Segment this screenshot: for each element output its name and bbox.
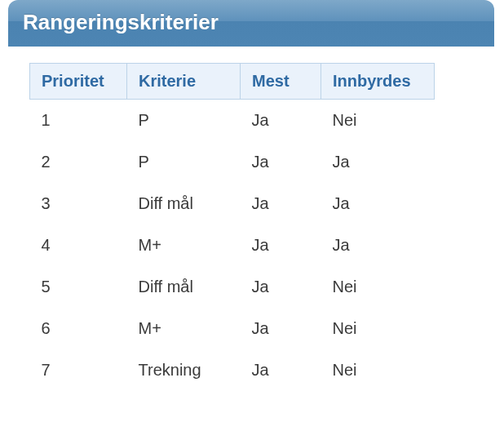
cell-prioritet: 1	[30, 100, 127, 142]
cell-mest: Ja	[241, 100, 321, 142]
column-header-innbyrdes: Innbyrdes	[321, 64, 435, 100]
cell-innbyrdes: Ja	[321, 141, 435, 183]
cell-prioritet: 7	[30, 349, 127, 391]
cell-mest: Ja	[241, 183, 321, 224]
cell-mest: Ja	[241, 224, 321, 266]
cell-mest: Ja	[241, 266, 321, 308]
panel-title: Rangeringskriterier	[8, 0, 494, 47]
cell-kriterie: M+	[127, 224, 241, 266]
cell-kriterie: Trekning	[127, 349, 241, 391]
table-row: 6 M+ Ja Nei	[30, 308, 435, 349]
criteria-table-wrap: Prioritet Kriterie Mest Innbyrdes 1 P Ja…	[29, 63, 494, 391]
cell-innbyrdes: Nei	[321, 266, 435, 308]
cell-innbyrdes: Ja	[321, 224, 435, 266]
column-header-prioritet: Prioritet	[30, 64, 127, 100]
table-row: 3 Diff mål Ja Ja	[30, 183, 435, 224]
cell-mest: Ja	[241, 349, 321, 391]
cell-innbyrdes: Nei	[321, 308, 435, 349]
cell-kriterie: Diff mål	[127, 266, 241, 308]
table-row: 1 P Ja Nei	[30, 100, 435, 142]
cell-mest: Ja	[241, 308, 321, 349]
cell-prioritet: 2	[30, 141, 127, 183]
cell-innbyrdes: Ja	[321, 183, 435, 224]
criteria-table: Prioritet Kriterie Mest Innbyrdes 1 P Ja…	[29, 63, 435, 391]
table-row: 7 Trekning Ja Nei	[30, 349, 435, 391]
cell-innbyrdes: Nei	[321, 349, 435, 391]
cell-kriterie: P	[127, 100, 241, 142]
table-row: 4 M+ Ja Ja	[30, 224, 435, 266]
column-header-kriterie: Kriterie	[127, 64, 241, 100]
table-row: 5 Diff mål Ja Nei	[30, 266, 435, 308]
ranking-criteria-panel: Rangeringskriterier Prioritet Kriterie M…	[8, 0, 494, 391]
cell-mest: Ja	[241, 141, 321, 183]
table-header-row: Prioritet Kriterie Mest Innbyrdes	[30, 64, 435, 100]
cell-innbyrdes: Nei	[321, 100, 435, 142]
column-header-mest: Mest	[241, 64, 321, 100]
table-row: 2 P Ja Ja	[30, 141, 435, 183]
cell-prioritet: 3	[30, 183, 127, 224]
cell-prioritet: 6	[30, 308, 127, 349]
cell-prioritet: 4	[30, 224, 127, 266]
cell-prioritet: 5	[30, 266, 127, 308]
cell-kriterie: P	[127, 141, 241, 183]
cell-kriterie: M+	[127, 308, 241, 349]
cell-kriterie: Diff mål	[127, 183, 241, 224]
